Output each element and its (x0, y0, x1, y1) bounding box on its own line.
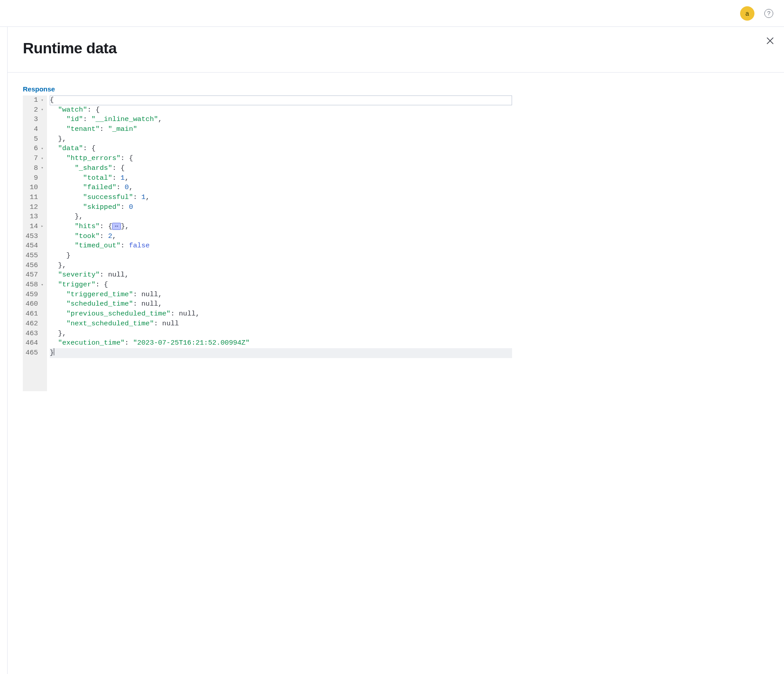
avatar[interactable]: a (740, 6, 754, 21)
code-line[interactable]: "triggered_time": null, (50, 290, 512, 300)
code-line[interactable]: }, (50, 261, 512, 271)
code-line[interactable]: "_shards": { (50, 164, 512, 173)
line-number: 454 (26, 241, 43, 251)
line-number: 464 (26, 338, 43, 348)
line-number: 8▾ (26, 164, 43, 173)
fold-collapsed-icon[interactable]: ▸ (40, 224, 43, 229)
fold-expanded-icon[interactable]: ▾ (40, 156, 43, 162)
top-bar: a ? (0, 0, 784, 27)
code-line[interactable]: "hits": {↔}, (50, 222, 512, 232)
avatar-letter: a (745, 10, 749, 17)
close-icon[interactable] (766, 37, 774, 45)
line-number: 456 (26, 261, 43, 271)
fold-expanded-icon[interactable]: ▾ (40, 165, 43, 171)
line-number: 7▾ (26, 154, 43, 164)
response-tab[interactable]: Response (23, 85, 769, 93)
code-editor[interactable]: 1▾2▾3456▾7▾8▾91011121314▸453454455456457… (23, 95, 515, 391)
code-line[interactable]: "failed": 0, (50, 183, 512, 193)
line-number: 2▾ (26, 105, 43, 115)
code-line[interactable]: "watch": { (50, 105, 512, 115)
code-line[interactable]: { (50, 95, 512, 105)
panel-header: Runtime data (8, 27, 784, 73)
fold-expanded-icon[interactable]: ▾ (40, 98, 43, 104)
help-icon[interactable]: ? (764, 9, 773, 18)
line-number: 6▾ (26, 144, 43, 154)
line-number: 461 (26, 309, 43, 319)
code-line[interactable]: "trigger": { (50, 280, 512, 290)
code-line[interactable]: "timed_out": false (50, 241, 512, 251)
line-number: 463 (26, 329, 43, 339)
line-number: 12 (26, 203, 43, 212)
collapsed-region-badge[interactable]: ↔ (112, 223, 121, 230)
code-line[interactable]: "next_scheduled_time": null (50, 319, 512, 329)
line-number-gutter: 1▾2▾3456▾7▾8▾91011121314▸453454455456457… (23, 95, 47, 391)
code-line[interactable]: }, (50, 212, 512, 222)
line-number: 3 (26, 115, 43, 125)
code-line[interactable]: "severity": null, (50, 270, 512, 280)
line-number: 465 (26, 348, 43, 358)
code-line[interactable]: "execution_time": "2023-07-25T16:21:52.0… (50, 338, 512, 348)
text-cursor (54, 348, 54, 355)
line-number: 462 (26, 319, 43, 329)
panel-title: Runtime data (23, 39, 769, 57)
line-number: 460 (26, 299, 43, 309)
code-line[interactable]: }, (50, 134, 512, 144)
fold-expanded-icon[interactable]: ▾ (40, 107, 43, 113)
code-line[interactable]: "id": "__inline_watch", (50, 115, 512, 125)
fold-expanded-icon[interactable]: ▾ (40, 282, 43, 288)
line-number: 14▸ (26, 222, 43, 232)
left-strip-truncated (0, 27, 7, 674)
panel-body: Response 1▾2▾3456▾7▾8▾91011121314▸453454… (8, 73, 784, 404)
code-content[interactable]: { "watch": { "id": "__inline_watch", "te… (47, 95, 515, 391)
flyout-panel: Runtime data Response 1▾2▾3456▾7▾8▾91011… (7, 27, 784, 674)
code-line[interactable]: } (50, 348, 512, 358)
code-line[interactable]: "successful": 1, (50, 193, 512, 203)
line-number: 1▾ (26, 95, 43, 105)
line-number: 455 (26, 251, 43, 261)
code-line[interactable]: }, (50, 329, 512, 339)
code-line[interactable]: "data": { (50, 144, 512, 154)
code-line[interactable]: "tenant": "_main" (50, 125, 512, 134)
line-number: 457 (26, 270, 43, 280)
code-line[interactable]: "took": 2, (50, 232, 512, 242)
line-number: 13 (26, 212, 43, 222)
line-number: 453 (26, 232, 43, 242)
code-line[interactable]: "total": 1, (50, 173, 512, 183)
line-number: 4 (26, 125, 43, 134)
line-number: 459 (26, 290, 43, 300)
code-line[interactable]: "scheduled_time": null, (50, 299, 512, 309)
line-number: 9 (26, 173, 43, 183)
line-number: 5 (26, 134, 43, 144)
line-number: 10 (26, 183, 43, 193)
code-line[interactable]: "http_errors": { (50, 154, 512, 164)
line-number: 11 (26, 193, 43, 203)
line-number: 458▾ (26, 280, 43, 290)
fold-expanded-icon[interactable]: ▾ (40, 146, 43, 152)
code-line[interactable]: "skipped": 0 (50, 203, 512, 212)
code-line[interactable]: } (50, 251, 512, 261)
code-line[interactable]: "previous_scheduled_time": null, (50, 309, 512, 319)
